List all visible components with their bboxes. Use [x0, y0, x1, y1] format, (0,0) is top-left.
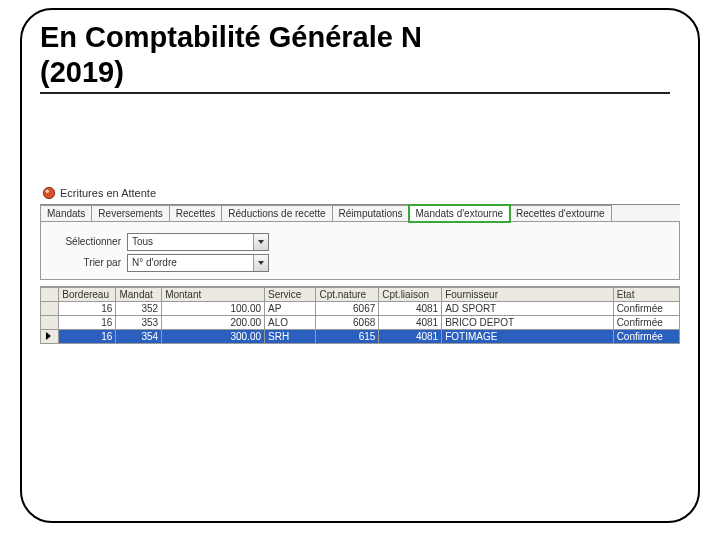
cell-cptliaison[interactable]: 4081: [379, 329, 442, 343]
label-trierpar: Trier par: [51, 257, 127, 268]
tab-panel: Sélectionner Tous Trier par N° d'ordre: [40, 221, 680, 280]
grid-header-etat[interactable]: Etat: [613, 287, 679, 301]
grid-body: 16352100.00AP60674081AD SPORTConfirmée16…: [41, 301, 680, 343]
cell-montant[interactable]: 200.00: [162, 315, 265, 329]
grid-table: Bordereau Mandat Montant Service Cpt.nat…: [40, 287, 680, 344]
cell-cptnature[interactable]: 6068: [316, 315, 379, 329]
tab-reductions[interactable]: Réductions de recette: [221, 205, 332, 222]
tab-recettes[interactable]: Recettes: [169, 205, 222, 222]
row-header-cell[interactable]: [41, 315, 59, 329]
app-icon: [42, 186, 56, 200]
table-row[interactable]: 16354300.00SRH6154081FOTIMAGEConfirmée: [41, 329, 680, 343]
tab-reimputations[interactable]: Réimputations: [332, 205, 410, 222]
app-window: Ecritures en Attente Mandats Reversement…: [40, 184, 680, 344]
slide-title-line1: En Comptabilité Générale N: [40, 20, 680, 55]
row-header-cell[interactable]: [41, 329, 59, 343]
cell-bordereau[interactable]: 16: [59, 315, 116, 329]
grid-header-rowselect: [41, 287, 59, 301]
row-trierpar: Trier par N° d'ordre: [51, 254, 669, 272]
table-row[interactable]: 16353200.00ALO60684081BRICO DEPOTConfirm…: [41, 315, 680, 329]
label-selectionner: Sélectionner: [51, 236, 127, 247]
chevron-down-icon: [258, 240, 264, 244]
title-underline: [40, 92, 670, 94]
window-title: Ecritures en Attente: [60, 187, 156, 199]
combo-trierpar-button[interactable]: [253, 255, 268, 271]
cell-mandat[interactable]: 354: [116, 329, 162, 343]
cell-etat[interactable]: Confirmée: [613, 329, 679, 343]
cell-mandat[interactable]: 353: [116, 315, 162, 329]
grid-header-cptnature[interactable]: Cpt.nature: [316, 287, 379, 301]
cell-cptliaison[interactable]: 4081: [379, 315, 442, 329]
cell-montant[interactable]: 300.00: [162, 329, 265, 343]
slide-title-line2: (2019): [40, 55, 680, 90]
cell-fournisseur[interactable]: AD SPORT: [442, 301, 613, 315]
combo-selectionner-button[interactable]: [253, 234, 268, 250]
grid-header-bordereau[interactable]: Bordereau: [59, 287, 116, 301]
row-selectionner: Sélectionner Tous: [51, 233, 669, 251]
tab-mandats[interactable]: Mandats: [40, 205, 92, 222]
cell-service[interactable]: AP: [265, 301, 316, 315]
cell-cptliaison[interactable]: 4081: [379, 301, 442, 315]
cell-cptnature[interactable]: 6067: [316, 301, 379, 315]
combo-selectionner-value: Tous: [128, 236, 253, 247]
combo-selectionner[interactable]: Tous: [127, 233, 269, 251]
grid-header-cptliaison[interactable]: Cpt.liaison: [379, 287, 442, 301]
table-row[interactable]: 16352100.00AP60674081AD SPORTConfirmée: [41, 301, 680, 315]
tab-mandats-extourne[interactable]: Mandats d'extourne: [409, 205, 511, 222]
window-titlebar: Ecritures en Attente: [40, 184, 680, 204]
cell-montant[interactable]: 100.00: [162, 301, 265, 315]
svg-point-1: [46, 189, 50, 193]
chevron-down-icon: [258, 261, 264, 265]
tab-recettes-extourne[interactable]: Recettes d'extourne: [509, 205, 612, 222]
grid-header-mandat[interactable]: Mandat: [116, 287, 162, 301]
title-area: En Comptabilité Générale N (2019): [40, 20, 680, 94]
grid-header-row: Bordereau Mandat Montant Service Cpt.nat…: [41, 287, 680, 301]
cell-mandat[interactable]: 352: [116, 301, 162, 315]
tab-reversements[interactable]: Reversements: [91, 205, 169, 222]
cell-service[interactable]: ALO: [265, 315, 316, 329]
tab-bar: Mandats Reversements Recettes Réductions…: [40, 204, 680, 222]
svg-point-0: [43, 187, 54, 198]
grid-header-service[interactable]: Service: [265, 287, 316, 301]
cell-etat[interactable]: Confirmée: [613, 315, 679, 329]
slide-frame: En Comptabilité Générale N (2019) Ecritu…: [20, 8, 700, 523]
row-indicator-icon: [46, 332, 51, 340]
combo-trierpar-value: N° d'ordre: [128, 257, 253, 268]
cell-fournisseur[interactable]: BRICO DEPOT: [442, 315, 613, 329]
grid-header-fournisseur[interactable]: Fournisseur: [442, 287, 613, 301]
cell-etat[interactable]: Confirmée: [613, 301, 679, 315]
row-header-cell[interactable]: [41, 301, 59, 315]
cell-service[interactable]: SRH: [265, 329, 316, 343]
cell-cptnature[interactable]: 615: [316, 329, 379, 343]
combo-trierpar[interactable]: N° d'ordre: [127, 254, 269, 272]
cell-bordereau[interactable]: 16: [59, 329, 116, 343]
cell-bordereau[interactable]: 16: [59, 301, 116, 315]
data-grid[interactable]: Bordereau Mandat Montant Service Cpt.nat…: [40, 286, 680, 344]
cell-fournisseur[interactable]: FOTIMAGE: [442, 329, 613, 343]
grid-header-montant[interactable]: Montant: [162, 287, 265, 301]
